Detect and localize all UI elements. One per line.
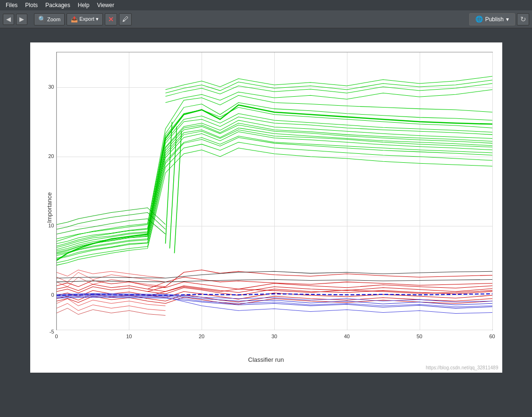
export-button[interactable]: 📤 Export ▾ <box>67 13 103 25</box>
x-tick-60: 60 <box>489 334 495 339</box>
zoom-button[interactable]: 🔍 Zoom <box>34 13 65 25</box>
green-line-8 <box>57 120 492 250</box>
plot-container: Importance Classifier run https://blog.c… <box>30 42 502 373</box>
back-button[interactable]: ◀ <box>3 14 14 25</box>
chart-svg <box>57 52 492 330</box>
green-line-11 <box>57 108 492 242</box>
x-tick-50: 50 <box>417 334 422 339</box>
brush-button[interactable]: 🖊 <box>119 13 132 25</box>
green-line-13 <box>57 125 492 252</box>
x-tick-10: 10 <box>126 334 132 339</box>
green-line-1 <box>57 95 492 239</box>
publish-icon: 🌐 <box>475 16 483 23</box>
zoom-label: Zoom <box>47 17 60 22</box>
green-line-2 <box>57 102 492 243</box>
y-tick-10: 10 <box>42 223 54 228</box>
delete-icon: ✕ <box>108 16 114 23</box>
export-label: Export ▾ <box>79 16 99 22</box>
menu-viewer[interactable]: Viewer <box>93 1 118 9</box>
green-bold-line <box>57 105 492 260</box>
black-line-1 <box>57 280 492 282</box>
menu-plots[interactable]: Plots <box>21 1 42 9</box>
x-tick-40: 40 <box>344 334 350 339</box>
x-tick-20: 20 <box>199 334 204 339</box>
delete-button[interactable]: ✕ <box>105 13 117 25</box>
watermark: https://blog.csdn.net/qq_32811489 <box>426 365 498 370</box>
menu-packages[interactable]: Packages <box>42 1 74 9</box>
y-tick-n5: -5 <box>42 329 54 334</box>
green-line-15 <box>57 137 492 259</box>
x-axis-label: Classifier run <box>248 356 284 363</box>
y-axis-label: Importance <box>46 192 53 223</box>
x-tick-30: 30 <box>271 334 277 339</box>
gridline-x60 <box>492 52 493 330</box>
x-tick-0: 0 <box>55 334 58 339</box>
refresh-icon: ↻ <box>520 15 526 24</box>
menu-files[interactable]: Files <box>2 1 21 9</box>
green-line-9 <box>57 142 492 263</box>
publish-button[interactable]: 🌐 Publish ▾ <box>469 13 515 25</box>
forward-button[interactable]: ▶ <box>16 14 27 25</box>
red-spread-1 <box>147 277 492 289</box>
export-icon: 📤 <box>71 16 78 23</box>
brush-icon: 🖊 <box>122 16 128 23</box>
refresh-button[interactable]: ↻ <box>517 13 529 25</box>
red-line-1 <box>57 284 492 292</box>
menu-help[interactable]: Help <box>74 1 93 9</box>
y-tick-20: 20 <box>42 153 54 159</box>
chart-area: -5 0 10 20 30 0 10 20 30 40 50 60 <box>56 52 493 330</box>
red-line-3 <box>57 281 492 289</box>
blue-line-1 <box>57 295 492 307</box>
green-line-10 <box>57 148 492 265</box>
publish-label: Publish <box>485 16 504 23</box>
zoom-icon: 🔍 <box>38 16 46 23</box>
gridline-n5 <box>57 330 492 330</box>
green-upper-4 <box>165 90 492 102</box>
publish-dropdown-icon: ▾ <box>506 16 509 23</box>
green-line-5 <box>57 130 492 254</box>
menu-bar: Files Plots Packages Help Viewer <box>0 0 532 10</box>
y-tick-30: 30 <box>42 84 54 90</box>
toolbar: ◀ ▶ 🔍 Zoom 📤 Export ▾ ✕ 🖊 🌐 Publish ▾ ↻ <box>0 10 532 28</box>
y-tick-0: 0 <box>42 292 54 298</box>
green-line-6 <box>57 136 492 258</box>
